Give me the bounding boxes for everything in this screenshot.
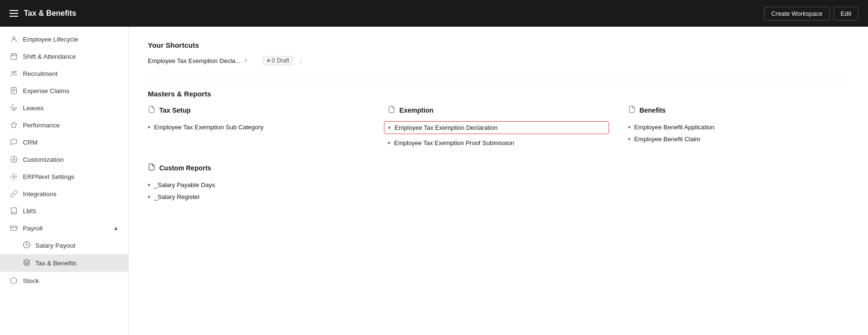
header-left: Tax & Benefits: [10, 9, 76, 18]
badge-count: 0: [272, 57, 275, 64]
sidebar-label: Payroll: [23, 225, 42, 232]
sidebar-item-payroll[interactable]: Payroll ▲: [0, 220, 128, 237]
bullet-icon: [388, 142, 390, 144]
create-workspace-button[interactable]: Create Workspace: [764, 7, 829, 21]
list-item[interactable]: Employee Tax Exemption Declaration: [384, 121, 609, 134]
custom-reports-header: Custom Reports: [148, 163, 849, 172]
svg-point-0: [12, 37, 15, 39]
main-content: Your Shortcuts Employee Tax Exemption De…: [129, 27, 868, 335]
clock-icon: [10, 52, 18, 61]
app-title: Tax & Benefits: [24, 9, 76, 18]
sidebar-label: Shift & Attendance: [23, 53, 76, 60]
bullet-icon: [148, 126, 150, 128]
sidebar-label: CRM: [23, 139, 38, 146]
item-label: Employee Benefit Claim: [634, 136, 701, 143]
user-icon: [10, 35, 18, 43]
stock-icon: [10, 276, 18, 285]
gear-icon: [10, 172, 18, 181]
crm-icon: [10, 138, 18, 147]
sidebar-item-tax-benefits[interactable]: Tax & Benefits: [0, 254, 128, 272]
masters-grid: Tax Setup Employee Tax Exemption Sub Cat…: [148, 105, 849, 149]
svg-rect-4: [11, 87, 17, 94]
shortcuts-title: Your Shortcuts: [148, 41, 849, 49]
sidebar-label: Performance: [23, 122, 60, 129]
sidebar-label: LMS: [23, 208, 36, 215]
book-icon: [10, 207, 18, 215]
svg-rect-1: [11, 54, 17, 60]
tax-setup-header: Tax Setup: [148, 105, 369, 115]
doc-icon: [148, 163, 155, 172]
svg-rect-8: [10, 226, 17, 230]
sidebar-label: Integrations: [23, 190, 57, 198]
sidebar-label: Expense Claims: [23, 87, 70, 94]
sidebar-label: ERPNext Settings: [23, 173, 74, 180]
sidebar-item-salary-payout[interactable]: Salary Payout: [0, 237, 128, 254]
sidebar-item-shift-attendance[interactable]: Shift & Attendance: [0, 48, 128, 65]
sidebar-label: Customization: [23, 156, 64, 163]
benefits-items: Employee Benefit Application Employee Be…: [628, 121, 849, 145]
salary-icon: [23, 241, 31, 250]
bullet-icon: [148, 196, 150, 198]
shortcuts-section: Your Shortcuts Employee Tax Exemption De…: [148, 41, 849, 65]
svg-marker-5: [10, 122, 17, 128]
item-label: Employee Tax Exemption Sub Category: [154, 124, 264, 131]
list-item[interactable]: _Salary Payable Days: [148, 179, 849, 191]
sidebar-label: Stock: [23, 277, 39, 284]
shortcut-label: Employee Tax Exemption Decla...: [148, 57, 240, 64]
badge-dot: [267, 59, 270, 62]
sidebar-item-customization[interactable]: Customization: [0, 151, 128, 168]
list-item[interactable]: Employee Tax Exemption Sub Category: [148, 121, 369, 133]
sidebar-label: Recruitment: [23, 70, 58, 77]
header-right: Create Workspace Edit: [764, 7, 858, 21]
list-item[interactable]: Employee Tax Exemption Proof Submission: [388, 137, 609, 149]
column-header-label: Benefits: [640, 106, 666, 114]
shortcut-link[interactable]: Employee Tax Exemption Decla... ↗: [148, 57, 248, 64]
sidebar: Employee Lifecycle Shift & Attendance Re…: [0, 27, 129, 335]
sidebar-item-integrations[interactable]: Integrations: [0, 185, 128, 202]
tax-setup-items: Employee Tax Exemption Sub Category: [148, 121, 369, 133]
sidebar-item-leaves[interactable]: Leaves: [0, 99, 128, 116]
masters-title: Masters & Reports: [148, 90, 849, 98]
tax-icon: [23, 259, 31, 268]
hamburger-menu[interactable]: [10, 10, 18, 17]
benefits-header: Benefits: [628, 105, 849, 115]
users-icon: [10, 69, 18, 78]
benefits-column: Benefits Employee Benefit Application Em…: [628, 105, 849, 149]
sidebar-item-stock[interactable]: Stock: [0, 272, 128, 289]
masters-section: Masters & Reports Tax Setup Employee Tax…: [148, 90, 849, 149]
app-header: Tax & Benefits Create Workspace Edit: [0, 0, 868, 27]
item-label: Employee Tax Exemption Proof Submission: [394, 139, 514, 147]
shortcut-item: Employee Tax Exemption Decla... ↗ · 0 Dr…: [148, 56, 849, 65]
doc-icon: [388, 105, 395, 115]
sidebar-item-recruitment[interactable]: Recruitment: [0, 65, 128, 82]
svg-point-3: [15, 71, 16, 73]
exemption-header: Exemption: [388, 105, 609, 115]
bullet-icon: [148, 184, 150, 186]
sidebar-item-erpnext-settings[interactable]: ERPNext Settings: [0, 168, 128, 185]
list-item[interactable]: Employee Benefit Application: [628, 121, 849, 133]
list-item[interactable]: Employee Benefit Claim: [628, 133, 849, 145]
custom-reports-title: Custom Reports: [159, 164, 211, 172]
sidebar-label: Leaves: [23, 105, 44, 112]
sidebar-item-expense-claims[interactable]: Expense Claims: [0, 82, 128, 99]
column-header-label: Tax Setup: [159, 106, 191, 114]
list-item[interactable]: _Salary Register: [148, 191, 849, 203]
divider: [148, 80, 849, 80]
sidebar-item-crm[interactable]: CRM: [0, 134, 128, 151]
edit-button[interactable]: Edit: [834, 7, 858, 21]
badge-status: Draft: [277, 57, 289, 64]
chevron-up-icon: ▲: [113, 225, 119, 231]
doc-icon: [148, 105, 155, 115]
bullet-icon: [628, 126, 630, 128]
sidebar-item-lms[interactable]: LMS: [0, 202, 128, 220]
leaf-icon: [10, 104, 18, 112]
sidebar-item-performance[interactable]: Performance: [0, 116, 128, 134]
exemption-items: Employee Tax Exemption Declaration Emplo…: [388, 121, 609, 149]
svg-point-7: [13, 176, 15, 178]
star-icon: [10, 121, 18, 129]
item-label: Employee Benefit Application: [634, 124, 714, 131]
svg-point-2: [12, 71, 14, 73]
sidebar-item-employee-lifecycle[interactable]: Employee Lifecycle: [0, 31, 128, 48]
sidebar-label: Employee Lifecycle: [23, 36, 78, 43]
link-icon: [10, 189, 18, 198]
